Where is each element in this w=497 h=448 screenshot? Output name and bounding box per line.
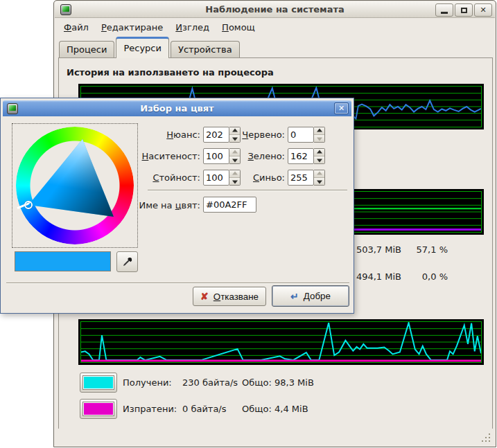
saturation-label: Наситеност: [124,148,200,164]
close-icon: ✕ [338,104,345,113]
red-down-arrow-icon[interactable] [314,135,324,142]
memory-used-percent: 57,1 % [380,244,448,255]
network-history-plot [80,321,482,363]
close-button[interactable]: ✕ [474,3,492,17]
field-separator [148,190,347,191]
ok-enter-icon: ↵ [290,291,299,302]
dialog-icon [7,103,18,114]
green-spinner [314,148,325,164]
blue-spinbox [288,170,325,186]
received-color-swatch [82,375,114,390]
menu-file[interactable]: Файл [64,22,89,33]
minimize-icon [441,12,448,14]
blue-spinner [314,170,325,186]
color-name-input[interactable] [203,197,256,213]
maximize-icon [461,8,467,13]
maximize-button[interactable] [455,3,473,17]
tab-processes[interactable]: Процеси [59,41,114,58]
main-window-titlebar[interactable]: Наблюдение на системата ✕ [55,1,495,18]
system-monitor-icon [60,4,71,15]
main-window-title: Наблюдение на системата [55,4,495,15]
dialog-body: Нюанс: Наситеност: Стойност: [1,116,354,313]
eyedropper-icon [122,256,133,267]
color-wheel-widget [12,123,138,248]
network-history-chart [78,319,484,365]
menu-view[interactable]: Изглед [175,22,209,33]
green-up-arrow-icon[interactable] [314,149,324,156]
selection-marker-icon [24,201,33,209]
blue-input[interactable] [288,170,314,186]
ok-button[interactable]: ↵ Добре [272,285,349,307]
sent-rate: 0 байта/s [182,404,227,414]
red-spinner [314,127,325,143]
sent-color-swatch [82,402,114,416]
menubar: Файл Редактиране Изглед Помощ [55,19,495,35]
sent-total: 4,4 MiB [274,404,308,414]
monitor-screen-icon [62,6,69,12]
minimize-button[interactable] [435,3,453,17]
dialog-close-button[interactable]: ✕ [334,102,349,114]
menu-help[interactable]: Помощ [222,22,255,33]
color-name-label: Име на цвят: [117,197,200,213]
ok-button-label: Добре [304,291,331,301]
sent-color-button[interactable] [80,399,117,419]
green-label: Зелено: [224,148,285,164]
received-label: Получени: [123,377,172,388]
received-rate: 230 байта/s [182,377,238,388]
color-picker-dialog: Избор на цвят ✕ Нюанс: [0,98,354,314]
tab-resources[interactable]: Ресурси [116,37,169,58]
cancel-button[interactable]: ✘ Отказване [193,287,266,306]
color-preview-swatch [15,251,111,271]
sent-label: Изпратени: [123,404,177,414]
red-label: Червено: [224,127,285,143]
received-color-button[interactable] [80,373,117,393]
green-down-arrow-icon[interactable] [314,156,324,163]
blue-down-arrow-icon[interactable] [314,178,324,185]
tab-devices[interactable]: Устройства [171,41,240,58]
value-label: Стойност: [124,170,200,186]
blue-label: Синьо: [224,170,285,186]
red-input[interactable] [288,127,314,143]
blue-up-arrow-icon[interactable] [314,170,324,178]
resize-grip[interactable] [482,433,491,443]
dialog-title: Избор на цвят [3,103,351,114]
window-controls: ✕ [435,3,492,17]
green-input[interactable] [288,148,314,164]
received-total-label: Общо: [242,377,272,388]
monitor-screen-icon [9,105,16,111]
swap-used-percent: 0,0 % [380,271,448,282]
status-bar [55,429,495,446]
hue-label: Нюанс: [124,127,200,143]
action-separator [6,283,349,284]
cancel-button-label: Отказване [213,292,259,302]
green-spinbox [288,148,325,164]
received-total: 98,3 MiB [274,377,314,388]
cancel-x-icon: ✘ [200,291,209,302]
sent-total-label: Общо: [242,404,272,414]
tab-bar: Процеси Ресурси Устройства [59,37,491,58]
eyedropper-button[interactable] [116,251,138,272]
dialog-titlebar[interactable]: Избор на цвят ✕ [3,100,351,116]
menu-edit[interactable]: Редактиране [101,22,163,33]
red-spinbox [288,127,325,143]
close-icon: ✕ [480,6,486,15]
cpu-history-heading: История на използването на процесора [67,67,274,78]
red-up-arrow-icon[interactable] [314,127,324,135]
